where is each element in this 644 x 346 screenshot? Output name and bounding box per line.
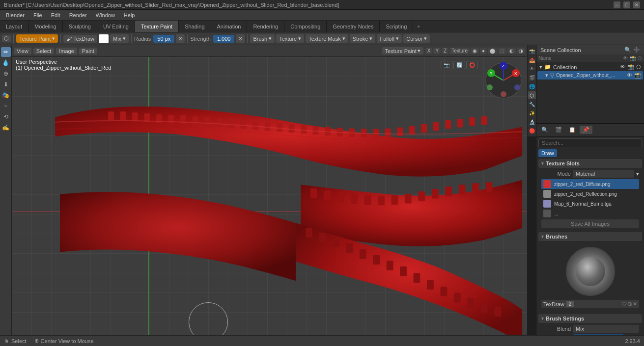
- tab-geometry-nodes[interactable]: Geometry Nodes: [327, 21, 380, 32]
- texture-mask-btn[interactable]: Texture Mask ▾: [306, 34, 348, 43]
- blend-selector[interactable]: Mix ▾: [110, 34, 129, 43]
- radius-picker-btn[interactable]: ⊙: [176, 34, 185, 43]
- tool-fill[interactable]: ⬇: [1, 80, 11, 89]
- brush-copy-icon[interactable]: ⧉: [628, 301, 632, 307]
- vp-z-btn[interactable]: Z: [442, 48, 448, 54]
- props-tab-physics[interactable]: 🔬: [528, 118, 536, 126]
- brush-selector[interactable]: 🖌 TexDraw: [63, 35, 97, 43]
- vp-material-btn[interactable]: ◐: [507, 48, 516, 54]
- vp-view-btn[interactable]: View: [14, 48, 31, 54]
- texture-slot-1[interactable]: zipper_2_red_Reflection.png: [541, 189, 639, 199]
- tab-uv-editing[interactable]: UV Editing: [97, 21, 135, 32]
- tool-mask[interactable]: 🎭: [1, 90, 11, 100]
- search-container: [538, 138, 642, 147]
- vp-wire-btn[interactable]: ◌: [498, 48, 506, 54]
- vp-paint-btn[interactable]: Paint: [79, 48, 97, 54]
- blend-prop-value[interactable]: Mix: [573, 325, 639, 333]
- tool-clone[interactable]: ⊕: [1, 69, 11, 79]
- rt-tab-search[interactable]: 🔍: [538, 126, 551, 134]
- tree-item-scene-collection[interactable]: ▾ 📁 Collection 👁 📸 ⬡: [537, 63, 643, 71]
- tab-layout[interactable]: Layout: [0, 21, 28, 32]
- menu-window[interactable]: Window: [92, 11, 119, 19]
- tab-sculpting[interactable]: Sculpting: [63, 21, 97, 32]
- props-tab-material[interactable]: 🔴: [528, 127, 536, 134]
- vp-mode-dropdown[interactable]: Texture Paint ▾: [382, 47, 423, 54]
- viewport[interactable]: User Perspective (1) Opened_Zipper_witho…: [12, 57, 527, 346]
- vp-shading-overlay-btn[interactable]: ⭕: [466, 61, 478, 69]
- props-tab-scene[interactable]: 🎬: [528, 74, 536, 81]
- tab-compositing[interactable]: Compositing: [284, 21, 327, 32]
- menu-edit[interactable]: Edit: [47, 11, 64, 19]
- props-tab-particle[interactable]: ✨: [528, 109, 536, 117]
- tool-smear[interactable]: ~: [1, 101, 11, 111]
- vp-texture-btn[interactable]: Texture: [449, 48, 470, 54]
- rt-tab-scene[interactable]: 🎬: [552, 126, 565, 134]
- navigation-gizmo[interactable]: X Y Z: [484, 61, 523, 100]
- svg-rect-44: [472, 183, 479, 193]
- menu-file[interactable]: File: [29, 11, 46, 19]
- vp-x-btn[interactable]: X: [425, 48, 433, 54]
- radius-input[interactable]: 50 px: [153, 35, 174, 43]
- tab-animation[interactable]: Animation: [211, 21, 248, 32]
- vp-rendered-btn[interactable]: ◑: [517, 48, 525, 54]
- strength-picker-btn[interactable]: ⊙: [236, 34, 245, 43]
- props-tab-output[interactable]: 📤: [528, 56, 536, 64]
- props-tab-render[interactable]: 📸: [528, 47, 536, 55]
- brush-settings-header[interactable]: ▾ Brush Settings: [538, 314, 642, 323]
- props-tab-object[interactable]: ⬡: [528, 91, 536, 99]
- props-tab-modifier[interactable]: 🔧: [528, 100, 536, 108]
- vp-y-btn[interactable]: Y: [433, 48, 441, 54]
- props-tab-view[interactable]: 👁: [528, 65, 536, 73]
- tool-blur[interactable]: 💧: [1, 58, 11, 68]
- ts-arrow-icon: ▾: [541, 161, 544, 166]
- maximize-button[interactable]: □: [623, 1, 630, 8]
- menu-help[interactable]: Help: [120, 11, 139, 19]
- mode-prop-value[interactable]: Material: [573, 170, 634, 178]
- editor-type-btn[interactable]: ⬡: [2, 35, 11, 42]
- falloff-btn[interactable]: Falloff ▾: [377, 34, 402, 43]
- texture-btn[interactable]: Texture ▾: [276, 34, 304, 43]
- vp-camera-btn[interactable]: 📷: [441, 61, 452, 69]
- tab-modeling[interactable]: Modeling: [28, 21, 63, 32]
- rt-tab-layer[interactable]: 📋: [566, 126, 579, 134]
- tree-item-zipper[interactable]: ▾ ▽ Opened_Zipper_without_... 👁 📸: [537, 71, 643, 80]
- tab-rendering[interactable]: Rendering: [247, 21, 284, 32]
- tab-shading[interactable]: Shading: [179, 21, 211, 32]
- texture-slot-2[interactable]: Map_6_Normal_Bump.tga: [541, 199, 639, 209]
- tool-draw[interactable]: ✏: [1, 47, 11, 57]
- vp-overlay-btn[interactable]: ◉: [471, 48, 479, 54]
- menu-blender[interactable]: Blender: [2, 11, 28, 19]
- scene-filter-btn[interactable]: 🔍: [624, 47, 631, 53]
- cursor-btn[interactable]: Cursor ▾: [403, 34, 430, 43]
- scene-add-btn[interactable]: ➕: [633, 47, 640, 53]
- vp-solid-btn[interactable]: ⬤: [488, 48, 497, 54]
- vp-select-btn[interactable]: Select: [33, 48, 55, 54]
- vp-image-btn[interactable]: Image: [56, 48, 77, 54]
- mode-prop-label: Mode: [541, 171, 571, 177]
- properties-search[interactable]: [538, 138, 642, 147]
- save-all-images-btn[interactable]: Save All Images: [541, 219, 639, 228]
- vp-shading-btn[interactable]: ●: [480, 48, 487, 54]
- menu-render[interactable]: Render: [65, 11, 91, 19]
- strength-input[interactable]: 1.000: [213, 35, 235, 43]
- tool-annotate[interactable]: ✍: [1, 123, 11, 133]
- color-swatch[interactable]: [99, 34, 109, 43]
- stroke-btn[interactable]: Stroke ▾: [350, 34, 376, 43]
- brush-shield-icon[interactable]: 🛡: [621, 301, 627, 307]
- props-tab-world[interactable]: 🌐: [528, 82, 536, 90]
- brushes-header[interactable]: ▾ Brushes: [538, 232, 642, 241]
- tab-add-button[interactable]: +: [413, 21, 424, 32]
- minimize-button[interactable]: ─: [614, 1, 620, 8]
- brush-delete-icon[interactable]: ✕: [633, 301, 637, 307]
- tab-scripting[interactable]: Scripting: [380, 21, 413, 32]
- texture-slots-header[interactable]: ▾ Texture Slots: [538, 159, 642, 168]
- texture-slot-more[interactable]: ...: [541, 209, 639, 218]
- brush-type-btn[interactable]: Brush ▾: [250, 34, 275, 43]
- close-button[interactable]: ✕: [633, 1, 640, 8]
- mode-selector[interactable]: Texture Paint ▾: [16, 34, 58, 43]
- tool-transform[interactable]: ⟲: [1, 112, 11, 122]
- vp-gizmo-btn[interactable]: 🔄: [453, 61, 465, 69]
- texture-slot-0[interactable]: zipper_2_red_Diffuse.png: [541, 179, 639, 189]
- tab-texture-paint[interactable]: Texture Paint: [135, 21, 179, 32]
- rt-tab-active[interactable]: 📌: [580, 126, 592, 134]
